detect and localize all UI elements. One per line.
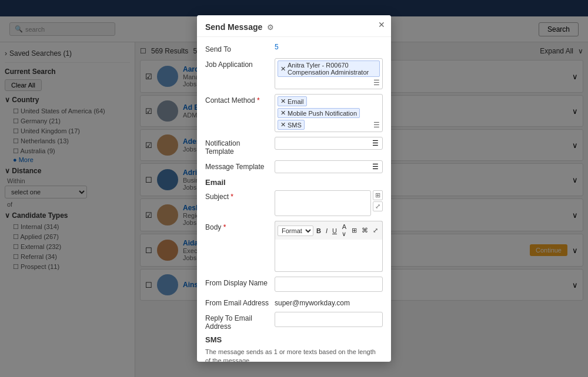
send-to-row: Send To 5 xyxy=(205,43,383,53)
send-to-label: Send To xyxy=(205,43,270,53)
subject-row: Subject ⊞ ⤢ xyxy=(205,190,383,216)
body-format-select[interactable]: Format xyxy=(278,225,313,236)
job-application-menu-btn[interactable]: ☰ xyxy=(373,79,380,87)
subject-icon1[interactable]: ⊞ xyxy=(373,190,383,200)
email-section: Email xyxy=(205,178,383,187)
notification-template-row: Notification Template ☰ xyxy=(205,137,383,156)
job-application-label: Job Application xyxy=(205,58,270,69)
from-display-name-row: From Display Name xyxy=(205,277,383,292)
message-template-label: Message Template xyxy=(205,160,270,171)
body-textarea[interactable] xyxy=(275,240,383,272)
sms-section: SMS The message sends as 1 or more texts… xyxy=(205,335,383,362)
contact-method-tag-push: ✕ Mobile Push Notification xyxy=(278,108,360,118)
settings-icon[interactable]: ⚙ xyxy=(267,23,274,32)
message-template-field[interactable]: ☰ xyxy=(275,160,383,173)
from-email-label: From Email Address xyxy=(205,297,270,307)
message-template-menu-icon: ☰ xyxy=(372,163,379,171)
modal-header: Send Message ⚙ ✕ xyxy=(197,15,391,37)
job-application-row: Job Application ✕ Anitra Tyler - R00670 … xyxy=(205,58,383,89)
modal-close-button[interactable]: ✕ xyxy=(378,20,385,29)
tag-x-sms[interactable]: ✕ xyxy=(280,121,286,129)
contact-method-label: Contact Method xyxy=(205,94,270,105)
contact-method-tag-email: ✕ Email xyxy=(278,96,307,106)
body-color-btn[interactable]: A ∨ xyxy=(340,223,349,238)
from-display-name-label: From Display Name xyxy=(205,277,270,287)
body-italic-btn[interactable]: I xyxy=(324,227,329,235)
from-email-value: super@myworkday.com xyxy=(275,297,383,307)
subject-expand-icon[interactable]: ⤢ xyxy=(373,201,383,211)
email-section-title: Email xyxy=(205,178,383,187)
send-message-modal: Send Message ⚙ ✕ Send To 5 Job Applicati… xyxy=(197,15,391,362)
body-bold-btn[interactable]: B xyxy=(315,227,323,235)
subject-label: Subject xyxy=(205,190,270,201)
from-display-name-input[interactable] xyxy=(275,277,383,292)
tag-x-push[interactable]: ✕ xyxy=(280,109,286,117)
body-row: Body Format B I U A ∨ ⊞ ⌘ ⤢ xyxy=(205,221,383,272)
job-application-field[interactable]: ✕ Anitra Tyler - R00670 Compensation Adm… xyxy=(275,58,383,89)
modal-body: Send To 5 Job Application ✕ Anitra Tyler… xyxy=(197,37,391,362)
contact-method-tag-sms: ✕ SMS xyxy=(278,120,305,130)
reply-to-label: Reply To Email Address xyxy=(205,312,270,331)
notification-template-field[interactable]: ☰ xyxy=(275,137,383,150)
tag-x-email[interactable]: ✕ xyxy=(280,97,286,105)
send-to-value: 5 xyxy=(275,43,383,51)
contact-method-row: Contact Method ✕ Email ✕ Mobile Push Not… xyxy=(205,94,383,132)
body-toolbar: Format B I U A ∨ ⊞ ⌘ ⤢ xyxy=(275,221,383,240)
notification-template-menu-icon: ☰ xyxy=(372,139,379,147)
tag-remove-icon[interactable]: ✕ xyxy=(280,65,286,73)
sms-note: The message sends as 1 or more texts bas… xyxy=(205,348,383,362)
contact-method-menu-btn[interactable]: ☰ xyxy=(373,121,380,129)
from-email-row: From Email Address super@myworkday.com xyxy=(205,297,383,307)
modal-title: Send Message xyxy=(205,22,262,32)
message-template-row: Message Template ☰ xyxy=(205,160,383,173)
body-expand-btn[interactable]: ⤢ xyxy=(371,226,380,235)
job-application-tag: ✕ Anitra Tyler - R00670 Compensation Adm… xyxy=(278,60,380,77)
body-editor: Format B I U A ∨ ⊞ ⌘ ⤢ xyxy=(275,221,383,272)
body-table-btn[interactable]: ⊞ xyxy=(350,226,359,235)
body-link-btn[interactable]: ⌘ xyxy=(360,226,370,235)
subject-input[interactable] xyxy=(275,190,371,216)
body-label: Body xyxy=(205,221,270,231)
modal-overlay: Send Message ⚙ ✕ Send To 5 Job Applicati… xyxy=(0,0,588,377)
contact-method-field[interactable]: ✕ Email ✕ Mobile Push Notification ✕ SMS… xyxy=(275,94,383,132)
notification-template-label: Notification Template xyxy=(205,137,270,156)
reply-to-row: Reply To Email Address xyxy=(205,312,383,331)
reply-to-input[interactable] xyxy=(275,312,383,327)
sms-section-title: SMS xyxy=(205,335,383,344)
body-underline-btn[interactable]: U xyxy=(330,227,339,235)
